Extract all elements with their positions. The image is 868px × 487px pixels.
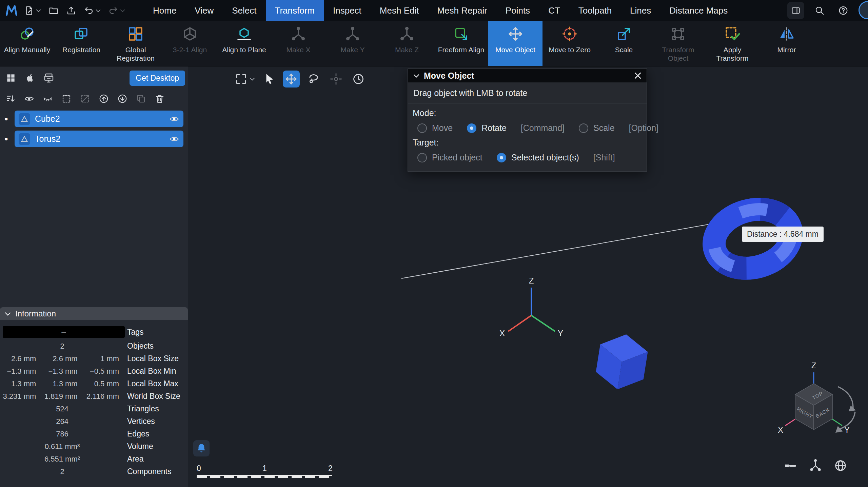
hide-all-button[interactable] — [42, 93, 54, 105]
tab-inspect[interactable]: Inspect — [324, 0, 371, 21]
mode-option-scale[interactable]: Scale — [579, 123, 615, 133]
ribbon-move-object[interactable]: Move Object — [488, 21, 542, 66]
radio-scale[interactable] — [579, 123, 588, 133]
notification-bell-button[interactable] — [193, 440, 210, 456]
tab-mesh-repair[interactable]: Mesh Repair — [428, 0, 496, 21]
tab-toolpath[interactable]: Toolpath — [569, 0, 621, 21]
tags-input[interactable]: – — [3, 326, 125, 338]
ribbon-make-y[interactable]: Make Y — [326, 21, 380, 66]
select-tool-button[interactable] — [260, 71, 277, 87]
account-avatar[interactable] — [859, 1, 868, 20]
ribbon-move-to-zero[interactable]: Move to Zero — [542, 21, 597, 66]
move-up-button[interactable] — [98, 93, 110, 105]
ruler-bar — [197, 475, 332, 478]
radio-selected-objects[interactable] — [497, 153, 506, 162]
tab-points[interactable]: Points — [496, 0, 539, 21]
object-item-cube2[interactable]: Cube2 — [15, 111, 183, 127]
chevron-down-icon — [36, 9, 41, 12]
apps-grid-icon — [5, 73, 16, 83]
mode-option-move[interactable]: Move — [417, 123, 453, 133]
tab-select[interactable]: Select — [223, 0, 265, 21]
chevron-down-icon — [120, 9, 125, 12]
radio-rotate[interactable] — [467, 123, 476, 133]
target-section-label: Target: — [413, 138, 647, 148]
tab-mesh-edit[interactable]: Mesh Edit — [371, 0, 428, 21]
mode-section-label: Mode: — [413, 108, 647, 118]
close-button[interactable] — [634, 72, 641, 79]
printer-button[interactable] — [42, 72, 55, 84]
collapse-ribbon-button[interactable] — [787, 2, 804, 19]
fit-view-button[interactable] — [235, 73, 255, 85]
target-option-picked[interactable]: Picked object — [417, 153, 482, 162]
sort-button[interactable] — [4, 93, 17, 105]
measure-units-button[interactable] — [783, 458, 798, 473]
radio-move[interactable] — [417, 123, 427, 133]
dialog-header[interactable]: Move Object — [408, 69, 647, 82]
document-icon — [24, 5, 34, 16]
cube-object[interactable] — [594, 331, 650, 393]
show-all-button[interactable] — [23, 93, 35, 105]
duplicate-button[interactable] — [135, 93, 147, 105]
ribbon-transform-object[interactable]: Transform Object — [651, 21, 705, 66]
tags-row: – Tags — [0, 324, 188, 340]
ribbon-align-to-plane[interactable]: Align to Plane — [217, 21, 271, 66]
dialog-title: Move Object — [424, 71, 474, 81]
info-row-vertices: 264 Vertices — [0, 415, 188, 428]
gizmo-tool-button[interactable] — [328, 71, 344, 87]
information-header[interactable]: Information — [0, 307, 188, 320]
get-desktop-button[interactable]: Get Desktop — [130, 71, 185, 86]
visibility-toggle[interactable] — [169, 114, 179, 124]
undo-button[interactable] — [80, 0, 104, 21]
deselect-icon — [80, 94, 90, 104]
lasso-tool-button[interactable] — [305, 71, 322, 87]
rotate-cw-arrow[interactable] — [838, 387, 853, 408]
ribbon-make-x[interactable]: Make X — [271, 21, 326, 66]
redo-button[interactable] — [104, 0, 129, 21]
open-file-button[interactable] — [45, 0, 62, 21]
radio-picked-object[interactable] — [417, 153, 427, 162]
information-title: Information — [15, 309, 56, 318]
target-option-selected[interactable]: Selected object(s) — [497, 153, 579, 162]
apps-grid-button[interactable] — [4, 72, 17, 84]
ribbon-align-manually[interactable]: Align Manually — [0, 21, 54, 66]
info-row-local-box-max: 1.3 mm1.3 mm0.5 mm Local Box Max — [0, 377, 188, 390]
mode-option-rotate[interactable]: Rotate — [467, 123, 507, 133]
viewcube-toggle-button[interactable] — [833, 458, 848, 473]
sidebar-top-row: Get Desktop — [0, 66, 188, 90]
object-list: • Cube2 • Torus2 — [0, 111, 188, 147]
folder-icon — [48, 5, 59, 16]
move-tool-button[interactable] — [283, 71, 300, 87]
select-all-button[interactable] — [60, 93, 73, 105]
tab-ct[interactable]: CT — [539, 0, 569, 21]
redo-icon — [108, 5, 118, 16]
ribbon-global-registration[interactable]: Global Registration — [108, 21, 163, 66]
move-down-button[interactable] — [116, 93, 129, 105]
history-button[interactable] — [350, 71, 367, 87]
axes-widget-button[interactable] — [808, 458, 823, 473]
object-item-torus2[interactable]: Torus2 — [15, 131, 183, 147]
ribbon-scale[interactable]: Scale — [597, 21, 651, 66]
tab-home[interactable]: Home — [144, 0, 185, 21]
tab-lines[interactable]: Lines — [621, 0, 660, 21]
ribbon-freeform-align[interactable]: Freeform Align — [434, 21, 488, 66]
ribbon-mirror[interactable]: Mirror — [760, 21, 814, 66]
info-row-local-box-size: 2.6 mm2.6 mm1 mm Local Box Size — [0, 352, 188, 365]
delete-button[interactable] — [154, 93, 166, 105]
measurement-line — [401, 221, 725, 278]
viewport[interactable]: Z X Y Z X Y RIGHT BACK TOP — [189, 66, 868, 487]
ribbon-321-align[interactable]: 3-2-1 Align — [163, 21, 217, 66]
tab-transform[interactable]: Transform — [266, 0, 324, 21]
visibility-toggle[interactable] — [169, 134, 179, 144]
search-button[interactable] — [811, 2, 828, 19]
export-button[interactable] — [62, 0, 80, 21]
ribbon-make-z[interactable]: Make Z — [380, 21, 434, 66]
nav-cube[interactable]: Z X Y RIGHT BACK TOP — [778, 361, 856, 434]
apple-button[interactable] — [23, 72, 36, 84]
help-button[interactable] — [835, 2, 852, 19]
deselect-button[interactable] — [79, 93, 91, 105]
ribbon-apply-transform[interactable]: Apply Transform — [705, 21, 760, 66]
ribbon-registration[interactable]: Registration — [54, 21, 108, 66]
tab-distance-maps[interactable]: Distance Maps — [660, 0, 737, 21]
new-project-button[interactable] — [20, 0, 45, 21]
tab-view[interactable]: View — [185, 0, 223, 21]
